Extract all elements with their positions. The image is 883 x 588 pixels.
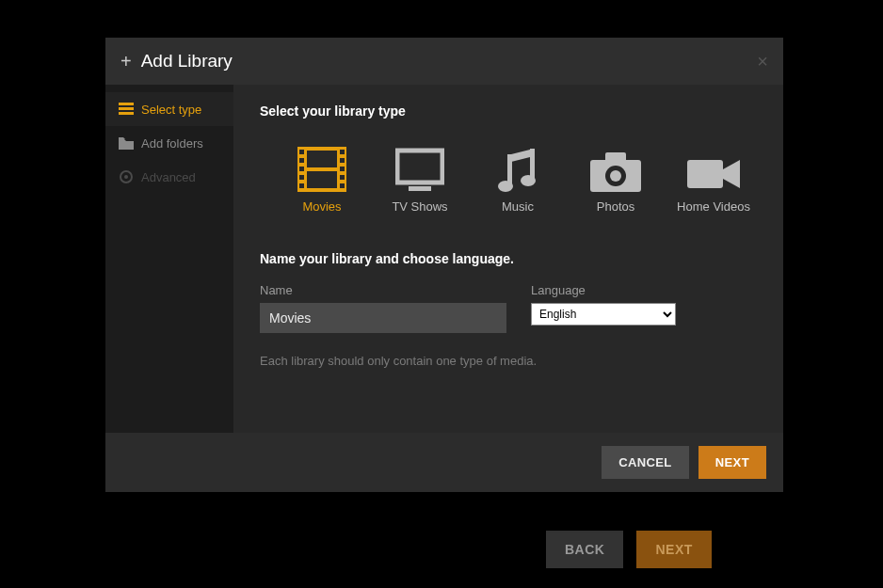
- svg-rect-22: [507, 154, 512, 184]
- modal-header: + Add Library ×: [105, 38, 783, 85]
- type-home-videos[interactable]: Home Videos: [670, 139, 757, 214]
- add-library-modal: + Add Library × Select type Add folders: [105, 38, 783, 492]
- svg-point-23: [521, 175, 536, 186]
- media-type-hint: Each library should only contain one typ…: [260, 354, 757, 368]
- type-movies[interactable]: Movies: [279, 139, 365, 214]
- svg-point-4: [124, 175, 128, 179]
- svg-rect-7: [299, 150, 304, 154]
- type-label: Movies: [279, 199, 365, 214]
- video-icon: [670, 139, 757, 192]
- modal-sidebar: Select type Add folders Advanced: [105, 85, 233, 433]
- folder-icon: [119, 135, 134, 151]
- sidebar-item-select-type[interactable]: Select type: [105, 92, 233, 126]
- svg-rect-18: [307, 171, 337, 188]
- gear-icon: [119, 169, 134, 184]
- close-icon[interactable]: ×: [757, 51, 768, 72]
- modal-title: Add Library: [141, 51, 758, 72]
- library-type-row: Movies TV Shows Music: [279, 139, 757, 214]
- library-name-input[interactable]: [260, 303, 506, 333]
- type-label: TV Shows: [377, 199, 463, 214]
- plus-icon: +: [120, 51, 132, 72]
- language-label: Language: [531, 283, 676, 297]
- svg-rect-8: [299, 158, 304, 163]
- type-label: Photos: [572, 199, 659, 214]
- svg-rect-1: [119, 107, 134, 110]
- type-label: Home Videos: [670, 199, 757, 214]
- sidebar-item-advanced: Advanced: [105, 160, 233, 194]
- language-field-group: Language English: [531, 283, 676, 333]
- svg-rect-15: [340, 175, 345, 180]
- modal-body: Select type Add folders Advanced Select …: [105, 85, 783, 433]
- svg-rect-10: [299, 175, 304, 180]
- modal-content: Select your library type Movies TV Shows: [233, 85, 783, 433]
- camera-icon: [572, 139, 659, 192]
- cancel-button[interactable]: CANCEL: [602, 446, 689, 479]
- sidebar-item-label: Advanced: [141, 170, 196, 184]
- svg-point-28: [610, 170, 621, 182]
- stack-icon: [119, 102, 134, 117]
- svg-rect-11: [299, 183, 304, 188]
- name-label: Name: [260, 283, 506, 297]
- wizard-back-button[interactable]: BACK: [546, 531, 623, 568]
- next-button[interactable]: NEXT: [698, 446, 766, 479]
- svg-rect-17: [307, 151, 337, 167]
- wizard-footer: BACK NEXT: [546, 531, 712, 568]
- svg-rect-2: [119, 112, 134, 115]
- music-icon: [474, 139, 561, 192]
- svg-rect-13: [340, 158, 345, 163]
- type-label: Music: [474, 199, 561, 214]
- svg-rect-16: [340, 183, 345, 188]
- wizard-next-button[interactable]: NEXT: [636, 531, 711, 568]
- svg-rect-29: [687, 160, 723, 188]
- svg-rect-0: [119, 103, 134, 105]
- svg-point-24: [498, 181, 513, 192]
- sidebar-item-label: Add folders: [141, 136, 203, 151]
- tv-icon: [377, 139, 463, 192]
- name-field-group: Name: [260, 283, 506, 333]
- svg-rect-19: [397, 151, 442, 183]
- svg-rect-21: [530, 149, 535, 179]
- modal-footer: CANCEL NEXT: [105, 433, 783, 492]
- film-icon: [279, 139, 365, 192]
- type-photos[interactable]: Photos: [572, 139, 659, 214]
- svg-rect-9: [299, 167, 304, 171]
- type-music[interactable]: Music: [474, 139, 561, 214]
- type-tv-shows[interactable]: TV Shows: [377, 139, 463, 214]
- sidebar-item-label: Select type: [141, 103, 201, 117]
- svg-rect-20: [409, 186, 431, 191]
- name-language-section: Name your library and choose language. N…: [260, 251, 757, 368]
- language-select[interactable]: English: [531, 303, 676, 326]
- svg-rect-26: [605, 152, 626, 162]
- sidebar-item-add-folders[interactable]: Add folders: [105, 126, 233, 160]
- name-language-heading: Name your library and choose language.: [260, 251, 757, 266]
- svg-rect-14: [340, 167, 345, 171]
- select-type-heading: Select your library type: [260, 103, 757, 119]
- svg-rect-12: [340, 150, 345, 154]
